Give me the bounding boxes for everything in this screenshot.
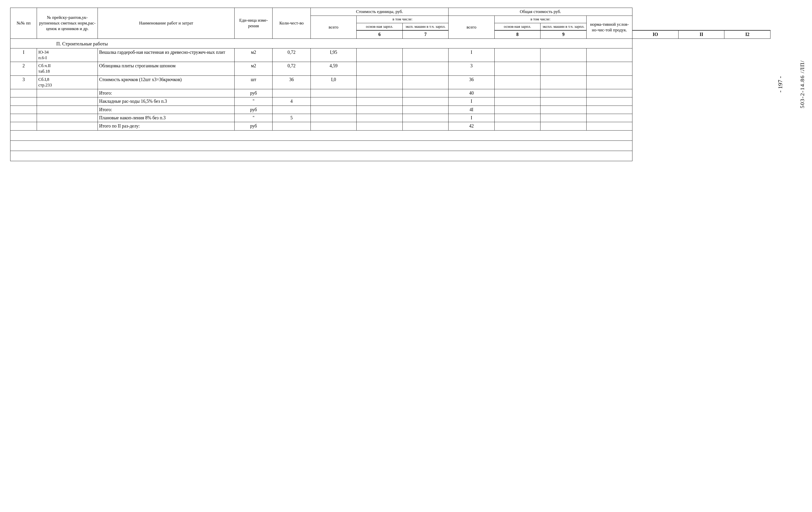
sub1-mach bbox=[402, 89, 448, 97]
section-title: П. Строительные работы bbox=[10, 39, 632, 49]
sub4-basic-wage bbox=[356, 114, 403, 122]
row1-basic-wage bbox=[356, 49, 403, 62]
sub1-total: 40 bbox=[448, 89, 495, 97]
sub1-num bbox=[10, 89, 37, 97]
col-basic-wage2-header: основ-ная зарпл. bbox=[494, 23, 541, 30]
row3-num: 3 bbox=[10, 76, 37, 89]
row1-unit-cost: I,95 bbox=[311, 49, 356, 62]
side-text-container: 503-2-14.86 /ЛП/ - 197 - bbox=[776, 5, 807, 164]
sub3-qty bbox=[272, 106, 311, 114]
row3-price-ref: Сб.I,8 стр.233 bbox=[37, 76, 98, 89]
header-row-1: №№ пп № прейску-рантов,ук-рупненных смет… bbox=[10, 8, 771, 16]
num-col12: I2 bbox=[724, 30, 771, 39]
row1-name: Вешалка гардероб-ная настенная из древес… bbox=[98, 49, 235, 62]
sub5-mach2 bbox=[541, 122, 587, 130]
row3-qty: 36 bbox=[272, 76, 311, 89]
col-num-header: №№ пп bbox=[10, 8, 37, 39]
num-col10: IO bbox=[632, 30, 678, 39]
sub3-label: Итого: bbox=[98, 106, 235, 114]
col-qty-header: Коли-чест-во bbox=[272, 8, 311, 39]
row1-mach2 bbox=[541, 49, 587, 62]
sub4-basic-wage2 bbox=[494, 114, 541, 122]
row3-name: Стоимость крючков (12шт х3=36крючков) bbox=[98, 76, 235, 89]
col-all-total-header: всего bbox=[448, 16, 495, 39]
row2-name: Облицовка плиты строганным шпоном bbox=[98, 62, 235, 76]
sub4-unit-cost bbox=[311, 114, 356, 122]
sub1-ref bbox=[37, 89, 98, 97]
col-mach-header: эксп. машин в т.ч. зарпл. bbox=[402, 23, 448, 30]
sub5-mach bbox=[402, 122, 448, 130]
table-row: I IO-34 п.6-I Вешалка гардероб-ная насте… bbox=[10, 49, 771, 62]
sub5-label: Итого по II раз-делу: bbox=[98, 122, 235, 130]
col-price-header: № прейску-рантов,ук-рупненных сметных но… bbox=[37, 8, 98, 39]
sub1-norm bbox=[586, 89, 632, 97]
row1-unit: м2 bbox=[235, 49, 272, 62]
sub1-unit: руб bbox=[235, 89, 272, 97]
sub5-qty bbox=[272, 122, 311, 130]
col-name-header: Наименование работ и затрат bbox=[98, 8, 235, 39]
num-col8: 8 bbox=[494, 30, 541, 39]
sub2-norm bbox=[586, 98, 632, 106]
sub5-unit: руб bbox=[235, 122, 272, 130]
row3-unit-cost: I,0 bbox=[311, 76, 356, 89]
table-row: 3 Сб.I,8 стр.233 Стоимость крючков (12шт… bbox=[10, 76, 771, 89]
sub2-unit-cost bbox=[311, 98, 356, 106]
sub2-label: Накладные рас-ходы 16,5% без п.3 bbox=[98, 98, 235, 106]
sub1-mach2 bbox=[541, 89, 587, 97]
sub3-total: 4I bbox=[448, 106, 495, 114]
sub1-basic-wage2 bbox=[494, 89, 541, 97]
row2-price-ref: Сб.ч.II таб.18 bbox=[37, 62, 98, 76]
sub3-mach bbox=[402, 106, 448, 114]
row3-norm bbox=[586, 76, 632, 89]
col-in-incl-total-header: в том числе: bbox=[494, 16, 586, 23]
sub4-norm bbox=[586, 114, 632, 122]
num-col11: II bbox=[678, 30, 724, 39]
sub2-mach2 bbox=[541, 98, 587, 106]
empty-cell-1 bbox=[10, 130, 632, 140]
row2-mach bbox=[402, 62, 448, 76]
sub5-num bbox=[10, 122, 37, 130]
sub5-total: 42 bbox=[448, 122, 495, 130]
sub4-total: I bbox=[448, 114, 495, 122]
sub5-basic-wage bbox=[356, 122, 403, 130]
sub2-unit: " bbox=[235, 98, 272, 106]
sub2-num bbox=[10, 98, 37, 106]
row2-num: 2 bbox=[10, 62, 37, 76]
row3-basic-wage bbox=[356, 76, 403, 89]
sub3-mach2 bbox=[541, 106, 587, 114]
col-all-unit-header: всего bbox=[311, 16, 356, 39]
sub5-ref bbox=[37, 122, 98, 130]
row1-total: I bbox=[448, 49, 495, 62]
col-in-incl-unit-header: в том числе: bbox=[356, 16, 448, 23]
sub3-ref bbox=[37, 106, 98, 114]
row1-price-ref: IO-34 п.6-I bbox=[37, 49, 98, 62]
row2-qty: 0,72 bbox=[272, 62, 311, 76]
empty-cell-2 bbox=[10, 140, 632, 151]
sub5-basic-wage2 bbox=[494, 122, 541, 130]
subtotal-row-5: Итого по II раз-делу: руб 42 bbox=[10, 122, 771, 130]
main-content: №№ пп № прейску-рантов,ук-рупненных смет… bbox=[5, 5, 776, 164]
num-col6: 6 bbox=[356, 30, 403, 39]
sub1-label: Итого: bbox=[98, 89, 235, 97]
sub2-qty: 4 bbox=[272, 98, 311, 106]
row1-norm bbox=[586, 49, 632, 62]
row1-mach bbox=[402, 49, 448, 62]
row2-norm bbox=[586, 62, 632, 76]
row3-mach2 bbox=[541, 76, 587, 89]
sub2-basic-wage bbox=[356, 98, 403, 106]
row2-unit: м2 bbox=[235, 62, 272, 76]
section-title-row: П. Строительные работы bbox=[10, 39, 771, 49]
table-row: 2 Сб.ч.II таб.18 Облицовка плиты строган… bbox=[10, 62, 771, 76]
row3-unit: шт bbox=[235, 76, 272, 89]
row3-basic-wage2 bbox=[494, 76, 541, 89]
empty-cell-3 bbox=[10, 151, 632, 161]
sub4-label: Плановые накоп-ления 8% без п.3 bbox=[98, 114, 235, 122]
sub3-basic-wage2 bbox=[494, 106, 541, 114]
sub3-norm bbox=[586, 106, 632, 114]
row2-total: 3 bbox=[448, 62, 495, 76]
row1-num: I bbox=[10, 49, 37, 62]
side-top-text: 503-2-14.86 /ЛП/ bbox=[799, 60, 806, 109]
sub4-qty: 5 bbox=[272, 114, 311, 122]
col-basic-wage-header: основ-ная зарпл. bbox=[356, 23, 403, 30]
sub3-unit: руб bbox=[235, 106, 272, 114]
